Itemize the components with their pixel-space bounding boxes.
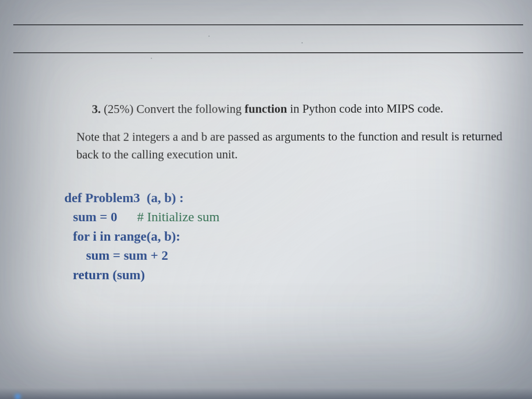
function-name: Problem3 <box>82 190 147 205</box>
problem-note: Note that 2 integers a and b are passed … <box>52 127 506 164</box>
screen-bottom-edge <box>0 388 532 399</box>
dust-speck <box>301 42 303 43</box>
code-line-init: sum = 0 # Initialize sum <box>64 207 507 227</box>
dust-speck <box>151 58 152 59</box>
def-keyword: def <box>64 190 82 205</box>
problem-content: 3. (25%) Convert the following function … <box>51 99 507 285</box>
code-line-def: def Problem3 (a, b) : <box>64 188 506 207</box>
problem-number: 3. <box>92 102 101 116</box>
code-line-body: sum = sum + 2 <box>64 246 507 266</box>
prompt-bold-word: function <box>245 102 287 115</box>
prompt-suffix: in Python code into MIPS code. <box>287 102 443 116</box>
problem-weight: (25%) <box>104 102 133 116</box>
dust-speck <box>208 35 210 37</box>
horizontal-rule-bottom <box>13 0 523 53</box>
code-line-for: for i in range(a, b): <box>64 226 507 246</box>
problem-heading: 3. (25%) Convert the following function … <box>52 99 506 118</box>
for-loop: for i in range(a, b): <box>73 228 180 243</box>
document-page: 3. (25%) Convert the following function … <box>0 0 532 399</box>
prompt-prefix: Convert the following <box>137 102 245 116</box>
sum-increment: sum = sum + 2 <box>86 248 168 262</box>
return-stmt: return (sum) <box>73 267 145 282</box>
code-line-return: return (sum) <box>64 265 507 285</box>
sum-init: sum = 0 <box>73 209 117 224</box>
led-indicator-icon <box>13 392 22 399</box>
comment-init: # Initialize sum <box>117 209 219 224</box>
function-params: (a, b) : <box>147 190 184 205</box>
python-code-block: def Problem3 (a, b) : sum = 0 # Initiali… <box>51 188 507 285</box>
